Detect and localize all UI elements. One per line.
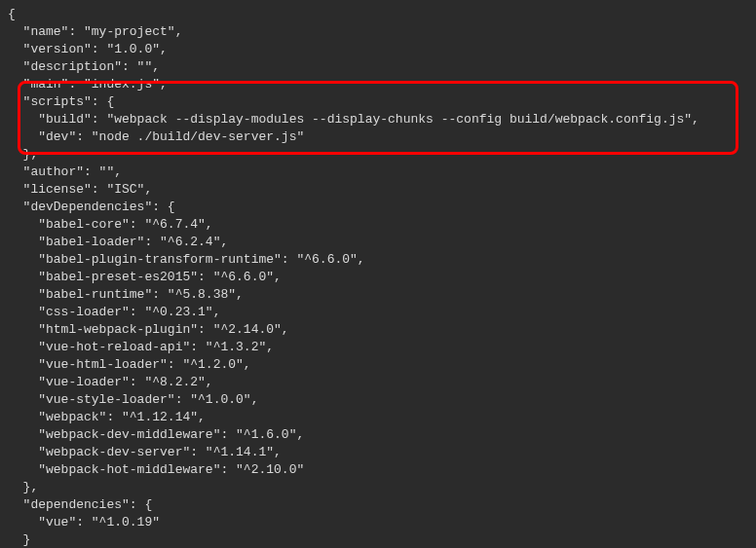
code-line: "vue-html-loader": "^1.2.0", [8, 357, 251, 372]
code-line: "vue-hot-reload-api": "^1.3.2", [8, 340, 274, 354]
code-line: "scripts": { [8, 94, 114, 109]
code-line: "babel-core": "^6.7.4", [8, 217, 213, 232]
code-line: "babel-loader": "^6.2.4", [8, 235, 228, 249]
code-block: { "name": "my-project", "version": "1.0.… [0, 0, 756, 548]
code-line: "css-loader": "^0.23.1", [8, 305, 220, 319]
code-line: "author": "", [8, 164, 122, 179]
code-line: "babel-runtime": "^5.8.38", [8, 287, 244, 302]
code-line: "license": "ISC", [8, 182, 152, 197]
code-line: "webpack-dev-server": "^1.14.1", [8, 445, 282, 459]
code-line: "webpack-dev-middleware": "^1.6.0", [8, 427, 304, 442]
code-line: "description": "", [8, 59, 160, 74]
code-line: "webpack-hot-middleware": "^2.10.0" [8, 462, 304, 477]
code-line: "babel-preset-es2015": "^6.6.0", [8, 270, 282, 284]
code-line: "babel-plugin-transform-runtime": "^6.6.… [8, 252, 365, 267]
code-line: }, [8, 480, 38, 494]
code-line: "name": "my-project", [8, 24, 182, 39]
code-line: "dev": "node ./build/dev-server.js" [8, 129, 304, 144]
code-line: "build": "webpack --display-modules --di… [8, 112, 699, 127]
code-line: "main": "index.js", [8, 77, 168, 91]
code-line: "devDependencies": { [8, 200, 175, 214]
code-line: "version": "1.0.0", [8, 42, 168, 56]
code-line: "vue-style-loader": "^1.0.0", [8, 392, 258, 407]
code-line: "vue-loader": "^8.2.2", [8, 375, 213, 389]
code-line: { [8, 7, 16, 21]
code-line: }, [8, 147, 38, 162]
code-line: "html-webpack-plugin": "^2.14.0", [8, 322, 289, 337]
code-line: } [8, 532, 30, 547]
code-line: "dependencies": { [8, 497, 152, 512]
code-line: "vue": "^1.0.19" [8, 515, 160, 530]
code-line: "webpack": "^1.12.14", [8, 410, 206, 424]
